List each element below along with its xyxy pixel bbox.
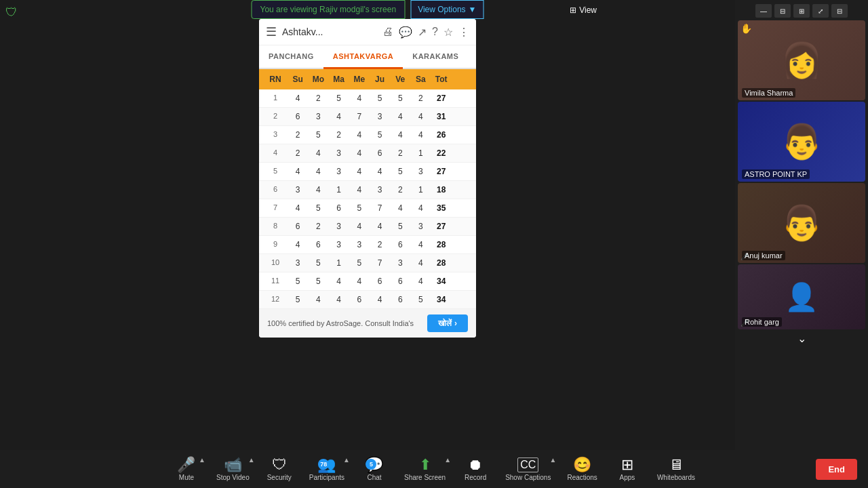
col-su: Su (288, 72, 308, 87)
star-icon[interactable]: ☆ (443, 26, 453, 39)
table-cell: 3 (328, 146, 349, 161)
view-icon: ⊞ (570, 5, 576, 15)
security-icon: 🛡 (272, 458, 287, 472)
cell-tot: 22 (431, 146, 452, 161)
col-ju: Ju (370, 72, 390, 87)
cell-tot: 28 (431, 256, 452, 270)
toolbar-participants[interactable]: 👥 78 ▲ Participants (301, 453, 353, 485)
cell-rn: 12 (263, 292, 288, 307)
chat-badge: 5 (366, 459, 376, 470)
toolbar-security[interactable]: 🛡 Security (258, 453, 301, 485)
table-cell: 5 (370, 91, 390, 106)
table-cell: 5 (308, 201, 328, 216)
table-cell: 5 (390, 164, 410, 179)
toolbar-share-screen[interactable]: ⬆ ▲ Share Screen (396, 453, 454, 485)
app-header-icons: 🖨 💬 ↗ ? ☆ ⋮ (382, 26, 469, 39)
table-cell: 4 (328, 292, 349, 307)
table-cell: 1 (410, 146, 431, 161)
cell-tot: 34 (431, 292, 452, 307)
chevron-down-icon[interactable]: ⌄ (738, 331, 865, 346)
toolbar-record[interactable]: ⏺ Record (454, 453, 497, 485)
more-icon[interactable]: ⋮ (458, 26, 469, 39)
cell-tot: 31 (431, 109, 452, 124)
table-cell: 7 (370, 256, 390, 270)
toolbar-chat[interactable]: 💬 5 Chat (353, 453, 396, 485)
stop-video-icon: 📹 (224, 458, 242, 472)
table-cell: 4 (410, 256, 431, 270)
banner-promo-text: 100% certified by AstroSage. Consult Ind… (267, 319, 414, 327)
table-cell: 3 (370, 109, 390, 124)
cell-tot: 34 (431, 274, 452, 289)
shared-screen-content: ☰ Ashtakv... 🖨 💬 ↗ ? ☆ ⋮ PANCHANG ASHTAK… (259, 19, 476, 338)
col-tot: Tot (431, 72, 452, 87)
apps-icon: ⊞ (621, 458, 633, 472)
sidebar-participants: — ⊟ ⊞ ⤢ ⊟ 👩 ✋ Vimila Sharma 👨 ASTRO POIN… (735, 0, 868, 450)
view-button[interactable]: ⊞ View (570, 5, 597, 15)
cell-rn: 6 (263, 182, 288, 197)
table-cell: 4 (410, 109, 431, 124)
app-header: ☰ Ashtakv... 🖨 💬 ↗ ? ☆ ⋮ (259, 19, 476, 45)
view-options-button[interactable]: View Options ▼ (410, 0, 484, 19)
toolbar-stop-video[interactable]: 📹 ▲ Stop Video (208, 453, 258, 485)
grid-btn[interactable]: ⊞ (793, 4, 810, 18)
toolbar-captions[interactable]: CC ▲ Show Captions (497, 453, 559, 485)
table-cell: 5 (288, 274, 308, 289)
table-cell: 2 (308, 219, 328, 234)
cell-tot: 27 (431, 219, 452, 234)
col-sa: Sa (410, 72, 431, 87)
cell-rn: 5 (263, 164, 288, 179)
tab-karakams[interactable]: KARAKAMS (403, 45, 468, 68)
tab-ashtakvarga[interactable]: ASHTAKVARGA (323, 45, 403, 69)
toolbar-apps[interactable]: ⊞ Apps (606, 453, 649, 485)
table-cell: 4 (288, 237, 308, 252)
cell-rn: 4 (263, 146, 288, 161)
table-row: 3252454426 (259, 126, 476, 144)
security-shield-icon: 🛡 (5, 5, 18, 20)
toolbar-mute[interactable]: 🎤 ▲ Mute (165, 453, 208, 485)
menu-icon[interactable]: ☰ (266, 24, 277, 39)
table-cell: 4 (288, 201, 308, 216)
table-row: 9463326428 (259, 236, 476, 254)
table-row: 2634734431 (259, 108, 476, 126)
col-me: Me (349, 72, 370, 87)
mute-label: Mute (179, 474, 194, 481)
table-cell: 4 (288, 91, 308, 106)
help-icon[interactable]: ? (432, 26, 438, 39)
table-cell: 5 (288, 292, 308, 307)
print-icon[interactable]: 🖨 (382, 26, 393, 39)
table-cell: 6 (288, 109, 308, 124)
more-btn[interactable]: ⊟ (831, 4, 848, 18)
open-button[interactable]: खोलें › (427, 314, 468, 332)
table-cell: 4 (349, 182, 370, 197)
share-icon[interactable]: ↗ (418, 26, 427, 39)
table-cell: 6 (288, 219, 308, 234)
table-cell: 5 (349, 256, 370, 270)
participant-card-rohit: 👤 🎤 Rohit garg (738, 264, 865, 329)
cell-rn: 10 (263, 256, 288, 270)
toolbar-reactions[interactable]: 😊 Reactions (559, 453, 605, 485)
cell-tot: 27 (431, 164, 452, 179)
end-button[interactable]: End (816, 459, 857, 480)
table-cell: 4 (410, 127, 431, 142)
table-cell: 4 (349, 164, 370, 179)
mute-icon: 🎤 (177, 458, 195, 472)
table-row: 6341432118 (259, 181, 476, 199)
comment-icon[interactable]: 💬 (399, 26, 412, 39)
expand-btn[interactable]: ⤢ (812, 4, 829, 18)
table-cell: 6 (390, 237, 410, 252)
tab-panchang[interactable]: PANCHANG (259, 45, 323, 68)
col-rn: RN (263, 72, 288, 87)
reactions-icon: 😊 (573, 458, 591, 472)
sidebar-top-controls: — ⊟ ⊞ ⤢ ⊟ (738, 3, 865, 19)
minimize-btn[interactable]: — (755, 4, 772, 18)
table-cell: 4 (349, 127, 370, 142)
table-row: 8623445327 (259, 218, 476, 236)
table-cell: 6 (328, 201, 349, 216)
table-cell: 4 (370, 219, 390, 234)
collapse-btn[interactable]: ⊟ (774, 4, 791, 18)
toolbar-whiteboards[interactable]: 🖥 Whiteboards (649, 453, 703, 485)
table-cell: 3 (288, 256, 308, 270)
table-cell: 4 (390, 127, 410, 142)
participants-badge: 78 (318, 459, 329, 470)
table-cell: 4 (410, 274, 431, 289)
